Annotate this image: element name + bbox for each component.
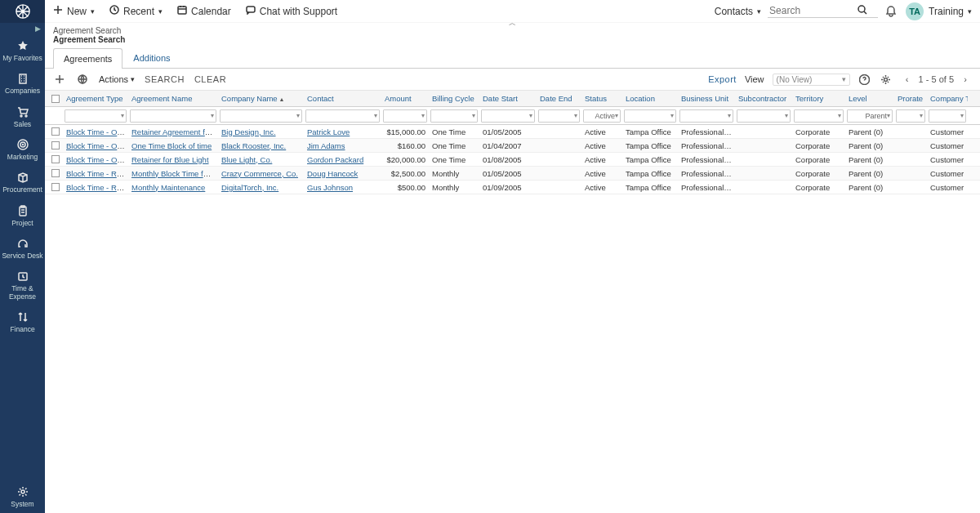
cell-type[interactable]: Block Time - One time [63, 141, 128, 150]
chat-support-button[interactable]: Chat with Support [246, 5, 337, 17]
export-button[interactable]: Export [708, 74, 737, 84]
contacts-button[interactable]: Contacts ▾ [715, 6, 761, 17]
table-row[interactable]: Block Time - RecurringMonthly Maintenanc… [45, 181, 980, 194]
filter-level[interactable]: Parent▾ [847, 109, 893, 123]
tab-agreements[interactable]: Agreements [53, 48, 122, 69]
clear-button[interactable]: CLEAR [194, 74, 226, 84]
link-company[interactable]: Black Rooster, Inc. [221, 141, 286, 150]
col-agreement-name[interactable]: Agreement Name [128, 94, 218, 103]
nav-item-sales[interactable]: Sales [0, 100, 45, 133]
col-subcontractor[interactable]: Subcontractor [735, 94, 792, 103]
link-name[interactable]: Monthly Maintenance [131, 183, 205, 192]
col-date-end[interactable]: Date End [537, 94, 581, 103]
filter-billing-cycle[interactable]: ▾ [430, 109, 478, 123]
cell-company[interactable]: DigitalTorch, Inc. [218, 183, 304, 192]
link-name[interactable]: One Time Block of time [131, 141, 212, 150]
row-checkbox[interactable] [51, 155, 60, 163]
cell-name[interactable]: Retainer Agreement for Big Desi [128, 127, 218, 136]
cell-type[interactable]: Block Time - One time [63, 155, 128, 164]
link-type[interactable]: Block Time - Recurring [66, 169, 128, 178]
filter-status[interactable]: Active▾ [583, 109, 621, 123]
view-select[interactable]: (No View) ▾ [773, 74, 850, 86]
link-type[interactable]: Block Time - Recurring [66, 183, 128, 192]
filter-subcontractor[interactable]: ▾ [737, 109, 791, 123]
collapse-header-icon[interactable]: ︿ [509, 18, 516, 29]
filter-company-name[interactable]: ▾ [220, 109, 302, 123]
table-row[interactable]: Block Time - One timeOne Time Block of t… [45, 139, 980, 153]
cell-contact[interactable]: Gordon Packard [304, 155, 381, 164]
add-icon[interactable] [53, 73, 66, 86]
link-company[interactable]: Crazy Commerce, Co. [221, 169, 298, 178]
nav-item-project[interactable]: Project [0, 199, 45, 232]
nav-item-finance[interactable]: Finance [0, 306, 45, 338]
link-name[interactable]: Retainer for Blue Light [131, 155, 209, 164]
cell-name[interactable]: One Time Block of time [128, 141, 218, 150]
cell-type[interactable]: Block Time - Recurring [63, 183, 128, 192]
settings-icon[interactable] [880, 73, 893, 86]
link-contact[interactable]: Gus Johnson [307, 183, 353, 192]
new-button[interactable]: New ▾ [53, 5, 95, 17]
recent-button[interactable]: Recent ▾ [109, 5, 163, 17]
globe-icon[interactable] [76, 73, 89, 86]
col-prorate[interactable]: Prorate [894, 94, 927, 103]
col-company-name[interactable]: Company Name [218, 94, 304, 103]
link-company[interactable]: Big Design, Inc. [221, 127, 276, 136]
nav-item-procurement[interactable]: Procurement [0, 166, 45, 199]
col-level[interactable]: Level [845, 94, 894, 103]
table-row[interactable]: Block Time - One timeRetainer for Blue L… [45, 153, 980, 167]
nav-expand-toggle[interactable]: ▶ [0, 23, 45, 34]
cell-contact[interactable]: Doug Hancock [304, 169, 381, 178]
help-icon[interactable] [858, 73, 871, 86]
filter-date-end[interactable]: ▾ [538, 109, 580, 123]
table-row[interactable]: Block Time - One timeRetainer Agreement … [45, 125, 980, 139]
cell-type[interactable]: Block Time - Recurring [63, 169, 128, 178]
cell-name[interactable]: Monthly Block Time for Crazy C [128, 169, 218, 178]
user-menu[interactable]: Training ▾ [929, 6, 972, 17]
col-territory[interactable]: Territory [792, 94, 845, 103]
nav-item-marketing[interactable]: Marketing [0, 133, 45, 166]
cell-contact[interactable]: Patrick Love [304, 127, 381, 136]
row-checkbox[interactable] [51, 141, 60, 149]
cell-company[interactable]: Big Design, Inc. [218, 127, 304, 136]
col-date-start[interactable]: Date Start [479, 94, 537, 103]
row-checkbox[interactable] [51, 127, 60, 136]
search-button[interactable]: SEARCH [145, 74, 185, 84]
col-business-unit[interactable]: Business Unit [678, 94, 735, 103]
link-type[interactable]: Block Time - One time [66, 155, 128, 164]
tab-additions[interactable]: Additions [122, 47, 180, 68]
filter-company-type[interactable]: ▾ [929, 109, 966, 123]
row-checkbox[interactable] [51, 183, 60, 191]
cell-name[interactable]: Monthly Maintenance [128, 183, 218, 192]
bell-icon[interactable] [884, 5, 898, 18]
cell-contact[interactable]: Jim Adams [304, 141, 381, 150]
link-contact[interactable]: Doug Hancock [307, 169, 358, 178]
link-company[interactable]: DigitalTorch, Inc. [221, 183, 278, 192]
app-logo[interactable] [0, 0, 45, 23]
nav-item-my-favorites[interactable]: My Favorites [0, 34, 45, 67]
prev-page-icon[interactable]: ‹ [901, 73, 914, 86]
link-contact[interactable]: Patrick Love [307, 127, 350, 136]
col-contact[interactable]: Contact [304, 94, 381, 103]
nav-system[interactable]: System [0, 480, 45, 513]
col-location[interactable]: Location [622, 94, 678, 103]
cell-company[interactable]: Blue Light, Co. [218, 155, 304, 164]
search-icon[interactable] [858, 5, 867, 16]
calendar-button[interactable]: Calendar [177, 5, 231, 17]
filter-agreement-name[interactable]: ▾ [130, 109, 216, 123]
select-all-checkbox[interactable] [51, 95, 60, 103]
nav-item-companies[interactable]: Companies [0, 67, 45, 100]
filter-date-start[interactable]: ▾ [481, 109, 535, 123]
nav-item-time-expense[interactable]: Time & Expense [0, 265, 45, 306]
row-checkbox[interactable] [51, 169, 60, 177]
link-contact[interactable]: Gordon Packard [307, 155, 363, 164]
cell-company[interactable]: Crazy Commerce, Co. [218, 169, 304, 178]
link-type[interactable]: Block Time - One time [66, 141, 128, 150]
cell-name[interactable]: Retainer for Blue Light [128, 155, 218, 164]
filter-agreement-type[interactable]: ▾ [65, 109, 127, 123]
link-name[interactable]: Retainer Agreement for Big Desi [131, 127, 218, 136]
search-input[interactable] [768, 4, 858, 17]
filter-business-unit[interactable]: ▾ [679, 109, 733, 123]
col-status[interactable]: Status [581, 94, 622, 103]
nav-item-service-desk[interactable]: Service Desk [0, 232, 45, 265]
link-name[interactable]: Monthly Block Time for Crazy C [131, 169, 218, 178]
